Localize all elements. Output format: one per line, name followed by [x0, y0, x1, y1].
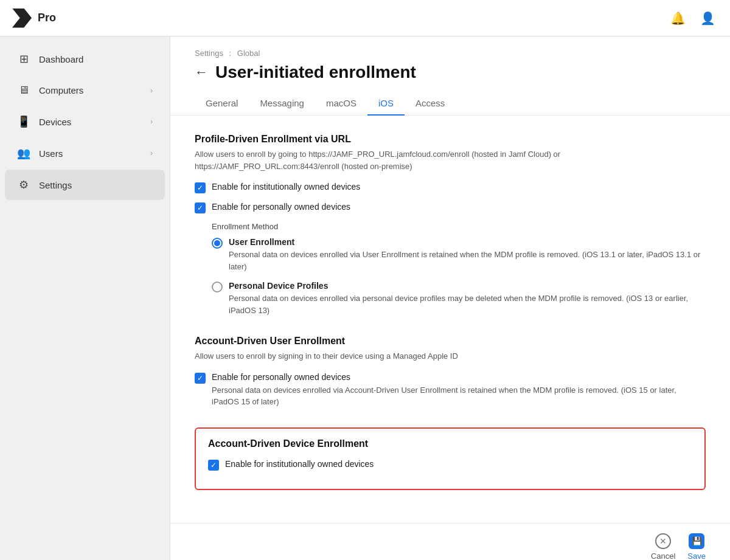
section-account-driven-user: Account-Driven User Enrollment Allow use… — [195, 336, 706, 408]
notifications-button[interactable]: 🔔 — [668, 9, 688, 28]
section-account-driven-device: Account-Driven Device Enrollment ✓ Enabl… — [195, 427, 706, 490]
checkbox-personal-label: Enable for personally owned devices — [212, 202, 350, 212]
checkbox-row-institutional: ✓ Enable for institutionally owned devic… — [195, 182, 706, 193]
checkbox-institutional-label: Enable for institutionally owned devices — [212, 182, 360, 192]
back-button[interactable]: ← — [195, 64, 208, 80]
radio-row-personal-device: Personal Device Profiles Personal data o… — [212, 281, 706, 316]
users-chevron-icon: › — [150, 149, 153, 157]
tab-access[interactable]: Access — [405, 92, 456, 116]
enrollment-method: Enrollment Method User Enrollment Person… — [212, 222, 706, 316]
checkbox-row-institutional-owned: ✓ Enable for institutionally owned devic… — [208, 459, 692, 471]
logo-icon — [12, 9, 32, 28]
checkbox-row-personal: ✓ Enable for personally owned devices — [195, 202, 706, 213]
devices-chevron-icon: › — [150, 117, 153, 126]
main-layout: ⊞ Dashboard 🖥 Computers › 📱 Devices › 👥 … — [0, 36, 730, 560]
tab-ios[interactable]: iOS — [367, 92, 405, 116]
devices-icon: 📱 — [17, 115, 30, 128]
sidebar-item-devices[interactable]: 📱 Devices › — [5, 106, 165, 137]
checkbox-personal-owned-label: Enable for personally owned devices — [212, 372, 706, 382]
sidebar-label-devices: Devices — [39, 117, 71, 127]
sidebar-item-users[interactable]: 👥 Users › — [5, 138, 165, 168]
radio-user-enrollment-desc: Personal data on devices enrolled via Us… — [229, 249, 706, 272]
footer: ✕ Cancel 💾 Save — [170, 523, 730, 561]
tab-messaging[interactable]: Messaging — [249, 92, 315, 116]
topbar: Pro 🔔 👤 — [0, 0, 730, 36]
topbar-actions: 🔔 👤 — [668, 9, 718, 28]
radio-row-user-enrollment: User Enrollment Personal data on devices… — [212, 237, 706, 272]
section-account-driven-user-title: Account-Driven User Enrollment — [195, 336, 706, 347]
user-profile-button[interactable]: 👤 — [698, 9, 718, 28]
breadcrumb-parent: Settings — [195, 49, 223, 58]
section-profile-driven-desc: Allow users to enroll by going to https:… — [195, 148, 706, 172]
sidebar-label-users: Users — [39, 148, 63, 159]
breadcrumb-current: Global — [237, 49, 260, 58]
checkbox-institutional-owned-label: Enable for institutionally owned devices — [225, 459, 374, 469]
radio-personal-device[interactable] — [212, 282, 223, 292]
computers-icon: 🖥 — [17, 84, 30, 97]
sidebar-item-computers[interactable]: 🖥 Computers › — [5, 75, 165, 105]
checkmark-icon-4: ✓ — [210, 461, 217, 469]
save-label: Save — [687, 551, 706, 561]
checkmark-icon-3: ✓ — [197, 375, 203, 382]
page-title: User-initiated enrollment — [215, 63, 416, 82]
dashboard-icon: ⊞ — [17, 52, 30, 66]
cancel-label: Cancel — [651, 551, 675, 561]
checkbox-personal[interactable]: ✓ — [195, 202, 206, 213]
save-button[interactable]: 💾 Save — [687, 533, 706, 561]
logo-text: Pro — [38, 12, 56, 24]
checkbox-institutional-owned[interactable]: ✓ — [208, 460, 219, 471]
sidebar-label-computers: Computers — [39, 85, 83, 95]
radio-user-enrollment[interactable] — [212, 238, 223, 249]
checkbox-personal-owned[interactable]: ✓ — [195, 373, 206, 384]
save-icon: 💾 — [689, 533, 704, 549]
breadcrumb-separator: : — [229, 49, 232, 58]
checkbox-row-personal-owned: ✓ Enable for personally owned devices Pe… — [195, 372, 706, 408]
section-account-driven-device-title: Account-Driven Device Enrollment — [208, 438, 692, 449]
tab-macos[interactable]: macOS — [315, 92, 367, 116]
page-title-row: ← User-initiated enrollment — [195, 63, 706, 82]
sidebar-label-settings: Settings — [39, 180, 72, 190]
cancel-button[interactable]: ✕ Cancel — [651, 533, 675, 561]
checkmark-icon-2: ✓ — [197, 204, 203, 212]
computers-chevron-icon: › — [150, 86, 153, 95]
radio-personal-device-desc: Personal data on devices enrolled via pe… — [229, 292, 706, 316]
content-body: Profile-Driven Enrollment via URL Allow … — [170, 116, 730, 523]
enrollment-method-title: Enrollment Method — [212, 222, 706, 231]
radio-personal-device-label: Personal Device Profiles — [229, 281, 706, 291]
sidebar-item-dashboard[interactable]: ⊞ Dashboard — [5, 44, 165, 74]
sidebar-label-dashboard: Dashboard — [39, 54, 83, 64]
section-profile-driven: Profile-Driven Enrollment via URL Allow … — [195, 134, 706, 316]
breadcrumb: Settings : Global — [195, 49, 706, 58]
settings-icon: ⚙ — [17, 178, 30, 192]
radio-inner-icon — [214, 240, 220, 246]
sidebar: ⊞ Dashboard 🖥 Computers › 📱 Devices › 👥 … — [0, 36, 170, 560]
checkbox-institutional[interactable]: ✓ — [195, 182, 206, 193]
users-icon: 👥 — [17, 147, 30, 160]
checkmark-icon: ✓ — [197, 184, 203, 192]
content-header: Settings : Global ← User-initiated enrol… — [170, 36, 730, 116]
checkbox-personal-owned-desc: Personal data on devices enrolled via Ac… — [212, 384, 706, 408]
section-account-driven-user-desc: Allow users to enroll by signing in to t… — [195, 350, 706, 362]
tab-general[interactable]: General — [195, 92, 249, 116]
sidebar-item-settings[interactable]: ⚙ Settings — [5, 170, 165, 200]
section-profile-driven-title: Profile-Driven Enrollment via URL — [195, 134, 706, 145]
tab-bar: General Messaging macOS iOS Access — [195, 92, 706, 115]
cancel-icon: ✕ — [655, 533, 671, 549]
radio-user-enrollment-label: User Enrollment — [229, 237, 706, 247]
content-area: Settings : Global ← User-initiated enrol… — [170, 36, 730, 560]
logo: Pro — [12, 9, 56, 28]
